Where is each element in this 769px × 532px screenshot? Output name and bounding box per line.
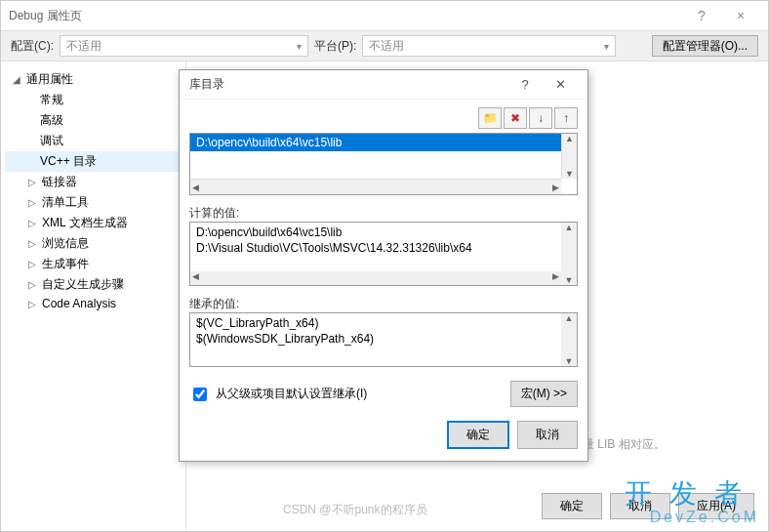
inherit-label: 从父级或项目默认设置继承(I) [216,386,367,402]
tree-item-browse[interactable]: ▷浏览信息 [5,233,182,254]
inherit-checkbox[interactable] [193,388,207,401]
inherited-value: $(WindowsSDK_LibraryPath_x64) [196,331,571,347]
inherited-values-box: $(VC_LibraryPath_x64) $(WindowsSDK_Libra… [189,312,578,367]
close-icon[interactable]: × [721,8,760,23]
ok-button[interactable]: 确定 [542,493,602,519]
horizontal-scrollbar[interactable]: ◀▶ [190,271,561,285]
main-title: Debug 属性页 [9,8,682,24]
selected-path[interactable]: D:\opencv\build\x64\vc15\lib [190,134,577,151]
tree-item-custombuild[interactable]: ▷自定义生成步骤 [5,274,182,295]
computed-value: D:\Visual Studio\VC\Tools\MSVC\14.32.313… [196,240,571,256]
chevron-right-icon: ▷ [28,197,38,208]
platform-combo[interactable]: 不适用 [362,35,616,57]
macros-button[interactable]: 宏(M) >> [510,381,578,407]
tree-item-vcdirs[interactable]: VC++ 目录 [5,151,182,172]
paths-editbox[interactable]: D:\opencv\build\x64\vc15\lib ▲▼ ◀▶ [189,133,578,195]
config-manager-button[interactable]: 配置管理器(O)... [652,35,758,57]
main-footer: 确定 取消 应用(A) [542,493,754,519]
platform-label: 平台(P): [314,38,356,55]
chevron-right-icon: ▷ [28,218,38,228]
main-titlebar: Debug 属性页 ? × [1,1,768,30]
scroll-left-icon[interactable]: ◀ [192,183,199,192]
help-icon[interactable]: ? [507,77,543,92]
cancel-button[interactable]: 取消 [517,421,578,449]
computed-label: 计算的值: [189,205,578,222]
tree-item-xmldoc[interactable]: ▷XML 文档生成器 [5,213,182,233]
chevron-right-icon: ▷ [28,238,38,249]
inherited-label: 继承的值: [189,296,578,312]
vertical-scrollbar[interactable]: ▲▼ [561,134,577,179]
tree-item-codeanalysis[interactable]: ▷Code Analysis [5,295,182,312]
move-up-icon[interactable]: ↑ [554,107,578,129]
tree-item-linker[interactable]: ▷链接器 [5,172,182,192]
scroll-up-icon[interactable]: ▲ [565,223,574,232]
vertical-scrollbar[interactable]: ▲▼ [561,313,577,366]
tree-root[interactable]: ◢通用属性 [5,69,182,90]
scroll-down-icon[interactable]: ▼ [565,275,574,285]
delete-icon[interactable]: ✖ [504,107,527,129]
inherit-row: 从父级或项目默认设置继承(I) 宏(M) >> [189,381,578,407]
scroll-up-icon[interactable]: ▲ [565,134,574,143]
config-label: 配置(C): [11,38,54,55]
config-combo[interactable]: 不适用 [60,35,308,57]
chevron-right-icon: ▷ [28,177,38,187]
chevron-right-icon: ▷ [28,259,38,269]
close-icon[interactable]: ✕ [543,77,578,92]
tree-item-manifest[interactable]: ▷清单工具 [5,192,182,213]
chevron-down-icon: ◢ [13,74,22,85]
move-down-icon[interactable]: ↓ [529,107,552,129]
tree-item-debug[interactable]: 调试 [5,131,182,151]
config-bar: 配置(C): 不适用 平台(P): 不适用 配置管理器(O)... [1,30,768,61]
tree-item-buildevents[interactable]: ▷生成事件 [5,254,182,274]
cancel-button[interactable]: 取消 [610,493,670,519]
computed-values-box: D:\opencv\build\x64\vc15\lib D:\Visual S… [189,222,578,286]
toolbar: 📁 ✖ ↓ ↑ [189,107,578,129]
vertical-scrollbar[interactable]: ▲▼ [561,223,577,285]
new-folder-icon[interactable]: 📁 [478,107,502,129]
library-dirs-dialog: 库目录 ? ✕ 📁 ✖ ↓ ↑ D:\opencv\build\x64\vc15… [179,69,588,462]
tree-item-general[interactable]: 常规 [5,90,182,110]
modal-footer: 确定 取消 [189,421,578,449]
chevron-right-icon: ▷ [28,279,38,290]
modal-titlebar: 库目录 ? ✕ [180,70,587,100]
computed-value: D:\opencv\build\x64\vc15\lib [196,225,571,240]
chevron-right-icon: ▷ [28,299,38,309]
horizontal-scrollbar[interactable]: ◀▶ [190,179,561,194]
property-tree[interactable]: ◢通用属性 常规 高级 调试 VC++ 目录 ▷链接器 ▷清单工具 ▷XML 文… [1,61,186,531]
scroll-down-icon[interactable]: ▼ [565,169,574,179]
apply-button[interactable]: 应用(A) [678,493,754,519]
inherited-value: $(VC_LibraryPath_x64) [196,315,571,331]
modal-title: 库目录 [189,76,507,93]
tree-item-advanced[interactable]: 高级 [5,110,182,131]
scroll-right-icon[interactable]: ▶ [552,183,559,192]
ok-button[interactable]: 确定 [447,421,509,449]
help-icon[interactable]: ? [682,8,721,23]
